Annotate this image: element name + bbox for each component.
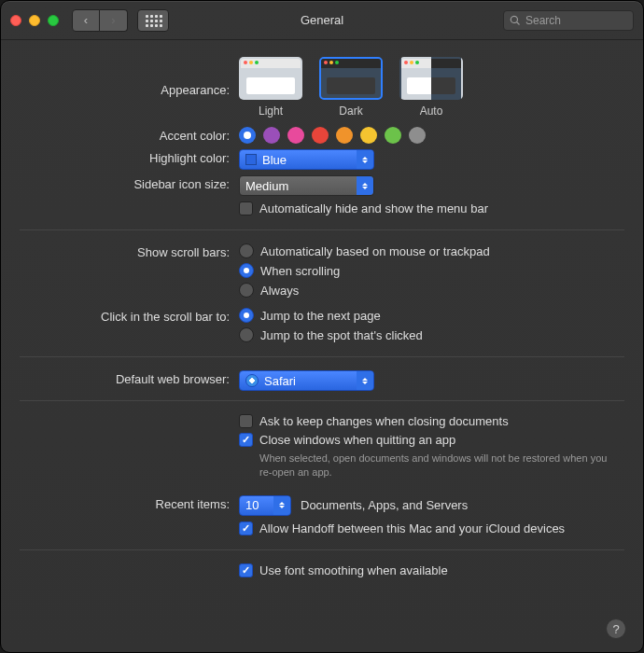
- scrollbars-label: Show scroll bars:: [20, 243, 239, 259]
- minimize-icon[interactable]: [29, 15, 40, 26]
- scrollclick-spot-label: Jump to the spot that's clicked: [260, 328, 423, 342]
- search-icon: [510, 15, 521, 26]
- search-placeholder: Search: [525, 14, 561, 27]
- handoff-label: Allow Handoff between this Mac and your …: [259, 521, 565, 535]
- recent-select[interactable]: 10: [239, 495, 291, 516]
- sidebar-size-value: Medium: [245, 179, 288, 193]
- appearance-dark-label: Dark: [339, 104, 362, 118]
- highlight-label: Highlight color:: [20, 149, 239, 165]
- appearance-option-dark[interactable]: Dark: [319, 57, 383, 118]
- scrollbars-radio-auto[interactable]: [239, 243, 254, 258]
- sidebar-size-label: Sidebar icon size:: [20, 175, 239, 191]
- close-windows-label: Close windows when quitting an app: [259, 433, 455, 447]
- highlight-swatch: [245, 154, 257, 165]
- titlebar: ‹ › General Search: [1, 1, 643, 40]
- appearance-thumb-dark: [319, 57, 383, 100]
- zoom-icon[interactable]: [48, 15, 59, 26]
- close-windows-checkbox[interactable]: [239, 433, 253, 447]
- chevron-updown-icon: [273, 496, 290, 515]
- chevron-updown-icon: [357, 176, 373, 195]
- divider: [20, 400, 624, 401]
- preferences-window: ‹ › General Search Appearance: Light Dar…: [0, 0, 644, 653]
- scrollbars-radio-scrolling[interactable]: [239, 263, 254, 278]
- nav-buttons: ‹ ›: [72, 9, 128, 32]
- appearance-option-auto[interactable]: Auto: [399, 57, 463, 118]
- divider: [20, 229, 624, 230]
- show-all-button[interactable]: [137, 9, 169, 32]
- safari-icon: [245, 374, 259, 387]
- handoff-checkbox[interactable]: [239, 521, 253, 535]
- divider: [20, 549, 624, 550]
- scrollbars-scrolling-label: When scrolling: [260, 264, 340, 278]
- browser-value: Safari: [264, 374, 296, 388]
- accent-pink[interactable]: [287, 127, 304, 144]
- recent-value: 10: [245, 498, 259, 512]
- scrollclick-radio-spot[interactable]: [239, 327, 254, 342]
- grid-icon: [146, 15, 161, 26]
- close-icon[interactable]: [10, 15, 21, 26]
- scrollbars-auto-label: Automatically based on mouse or trackpad: [260, 244, 490, 258]
- accent-color-picker: [239, 127, 624, 144]
- sidebar-size-select[interactable]: Medium: [239, 175, 374, 196]
- highlight-value: Blue: [262, 153, 287, 167]
- close-windows-hint: When selected, open documents and window…: [259, 452, 614, 480]
- accent-purple[interactable]: [263, 127, 280, 144]
- accent-red[interactable]: [312, 127, 329, 144]
- back-button[interactable]: ‹: [72, 9, 100, 32]
- window-controls: [10, 15, 59, 26]
- scrollbars-always-label: Always: [260, 284, 299, 298]
- appearance-light-label: Light: [259, 104, 283, 118]
- scrollclick-radio-nextpage[interactable]: [239, 308, 254, 323]
- accent-label: Accent color:: [20, 127, 239, 143]
- divider: [20, 356, 624, 357]
- appearance-thumb-auto: [399, 57, 463, 100]
- accent-orange[interactable]: [336, 127, 353, 144]
- accent-blue[interactable]: [239, 127, 256, 144]
- font-smoothing-label: Use font smoothing when available: [259, 563, 448, 577]
- ask-changes-label: Ask to keep changes when closing documen…: [259, 414, 509, 428]
- browser-label: Default web browser:: [20, 370, 239, 386]
- content: Appearance: Light Dark Auto Accent color…: [1, 40, 643, 601]
- appearance-label: Appearance:: [20, 57, 239, 97]
- appearance-auto-label: Auto: [420, 104, 443, 118]
- accent-graphite[interactable]: [409, 127, 426, 144]
- help-button[interactable]: ?: [606, 618, 626, 639]
- font-smoothing-checkbox[interactable]: [239, 563, 253, 577]
- menubar-autohide-checkbox[interactable]: [239, 201, 253, 215]
- appearance-option-light[interactable]: Light: [239, 57, 302, 118]
- menubar-autohide-label: Automatically hide and show the menu bar: [259, 201, 488, 215]
- appearance-thumb-light: [239, 57, 302, 100]
- browser-select[interactable]: Safari: [239, 370, 374, 391]
- ask-changes-checkbox[interactable]: [239, 414, 253, 428]
- scrollclick-label: Click in the scroll bar to:: [20, 308, 239, 324]
- search-input[interactable]: Search: [503, 10, 634, 31]
- chevron-updown-icon: [357, 150, 373, 169]
- scrollbars-radio-always[interactable]: [239, 283, 254, 298]
- forward-button[interactable]: ›: [100, 9, 128, 32]
- highlight-select[interactable]: Blue: [239, 149, 374, 170]
- chevron-updown-icon: [357, 371, 373, 390]
- recent-suffix: Documents, Apps, and Servers: [301, 498, 468, 512]
- scrollclick-nextpage-label: Jump to the next page: [260, 309, 381, 323]
- accent-green[interactable]: [385, 127, 401, 144]
- recent-label: Recent items:: [20, 495, 239, 511]
- accent-yellow[interactable]: [360, 127, 377, 144]
